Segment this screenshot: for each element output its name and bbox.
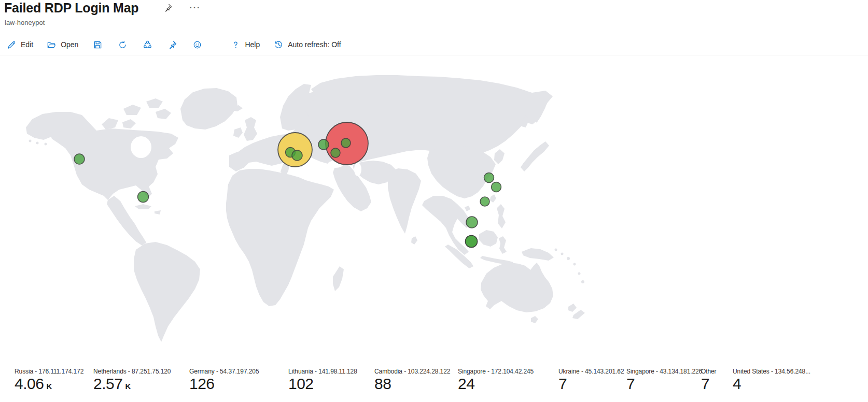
auto-refresh-label: Auto refresh: Off <box>288 40 341 49</box>
legend-value-number: 126 <box>189 376 215 392</box>
open-label: Open <box>61 40 78 49</box>
more-options-icon[interactable]: ··· <box>189 5 201 10</box>
legend-item-value: 7 <box>701 376 717 392</box>
folder-icon <box>47 40 57 50</box>
groups-icon <box>143 40 152 50</box>
legend-item[interactable]: Russia - 176.111.174.1724.06K <box>15 368 83 392</box>
legend-item-value: 2.57K <box>93 376 171 392</box>
pin-to-dashboard-button[interactable] <box>160 35 185 54</box>
feedback-button[interactable] <box>185 35 209 54</box>
legend-value-number: 24 <box>458 376 474 392</box>
legend-item-value: 4 <box>733 376 810 392</box>
auto-refresh-button[interactable]: Auto refresh: Off <box>267 35 347 54</box>
help-button[interactable]: Help <box>224 35 267 54</box>
legend-item-value: 4.06K <box>15 376 83 392</box>
legend-item-value: 126 <box>189 376 259 392</box>
groups-button[interactable] <box>135 35 160 54</box>
legend-item[interactable]: Singapore - 172.104.42.24524 <box>458 368 534 392</box>
legend-value-number: 88 <box>374 376 391 392</box>
refresh-icon <box>118 40 128 50</box>
legend-item-label: Singapore - 172.104.42.245 <box>458 368 534 375</box>
map-bubble-green[interactable] <box>466 236 478 248</box>
legend-item-label: United States - 134.56.248... <box>733 368 810 375</box>
map-bubble-green[interactable] <box>466 217 478 228</box>
page-title: Failed RDP Login Map <box>4 0 138 16</box>
workspace-name: law-honeypot <box>5 19 45 26</box>
legend-value-number: 7 <box>558 376 567 392</box>
legend-item[interactable]: Other7 <box>701 368 717 392</box>
map-bubble-green[interactable] <box>331 148 340 157</box>
map-bubble-green[interactable] <box>74 154 85 164</box>
help-icon <box>231 40 241 50</box>
open-button[interactable]: Open <box>40 35 85 54</box>
legend-value-number: 2.57 <box>93 376 122 392</box>
legend-item-label: Other <box>701 368 717 375</box>
legend-item[interactable]: United States - 134.56.248...4 <box>733 368 810 392</box>
history-clock-icon <box>273 39 284 50</box>
map-bubble-green[interactable] <box>341 138 351 148</box>
legend-item-label: Germany - 54.37.197.205 <box>189 368 259 375</box>
pin-icon <box>167 40 177 50</box>
continents <box>26 75 585 342</box>
map-bubble-green[interactable] <box>480 197 489 206</box>
refresh-button[interactable] <box>110 35 135 54</box>
legend-value-number: 7 <box>701 376 709 392</box>
workbook-header: Failed RDP Login Map ··· law-honeypot <box>0 0 868 31</box>
legend-item[interactable]: Singapore - 43.134.181.2267 <box>626 368 702 392</box>
map-bubble-green[interactable] <box>484 173 494 183</box>
map-bubble-green[interactable] <box>492 182 501 192</box>
hudson-bay <box>131 136 151 158</box>
legend-value-number: 7 <box>626 376 635 392</box>
legend-item[interactable]: Lithuania - 141.98.11.128102 <box>288 368 357 392</box>
legend-item[interactable]: Ukraine - 45.143.201.627 <box>558 368 624 392</box>
legend-item-value: 102 <box>288 376 357 392</box>
save-icon <box>93 40 103 50</box>
legend-item-value: 7 <box>558 376 624 392</box>
legend-item-label: Ukraine - 45.143.201.62 <box>558 368 624 375</box>
help-label: Help <box>245 40 260 49</box>
legend-item[interactable]: Netherlands - 87.251.75.1202.57K <box>93 368 171 392</box>
legend-item-value: 7 <box>626 376 702 392</box>
map-bubble-yellow[interactable] <box>278 133 312 167</box>
legend-value-number: 102 <box>288 376 314 392</box>
legend-item-label: Singapore - 43.134.181.226 <box>626 368 702 375</box>
legend-value-suffix: K <box>46 382 52 391</box>
legend-value-number: 4 <box>733 376 741 392</box>
map-bubble-green[interactable] <box>138 192 149 203</box>
legend-item-label: Netherlands - 87.251.75.120 <box>93 368 171 375</box>
smiley-icon <box>192 40 202 50</box>
legend-item-label: Cambodia - 103.224.28.122 <box>374 368 450 375</box>
legend-item-label: Russia - 176.111.174.172 <box>15 368 83 375</box>
legend-item-value: 88 <box>374 376 450 392</box>
edit-button[interactable]: Edit <box>0 35 40 54</box>
pencil-icon <box>7 40 17 50</box>
pin-icon[interactable] <box>163 3 173 12</box>
map-bubble-green[interactable] <box>318 139 329 150</box>
legend-item[interactable]: Cambodia - 103.224.28.12288 <box>374 368 450 392</box>
world-map-panel <box>0 55 868 402</box>
legend-item-value: 24 <box>458 376 534 392</box>
legend-value-suffix: K <box>125 382 131 391</box>
caspian-sea <box>354 163 361 176</box>
legend-value-number: 4.06 <box>15 376 44 392</box>
edit-label: Edit <box>21 40 33 49</box>
save-button[interactable] <box>85 35 110 54</box>
legend-item-label: Lithuania - 141.98.11.128 <box>288 368 357 375</box>
toolbar: Edit Open <box>0 34 868 55</box>
world-map <box>0 55 868 402</box>
legend-item[interactable]: Germany - 54.37.197.205126 <box>189 368 259 392</box>
map-bubble-green[interactable] <box>292 150 302 161</box>
